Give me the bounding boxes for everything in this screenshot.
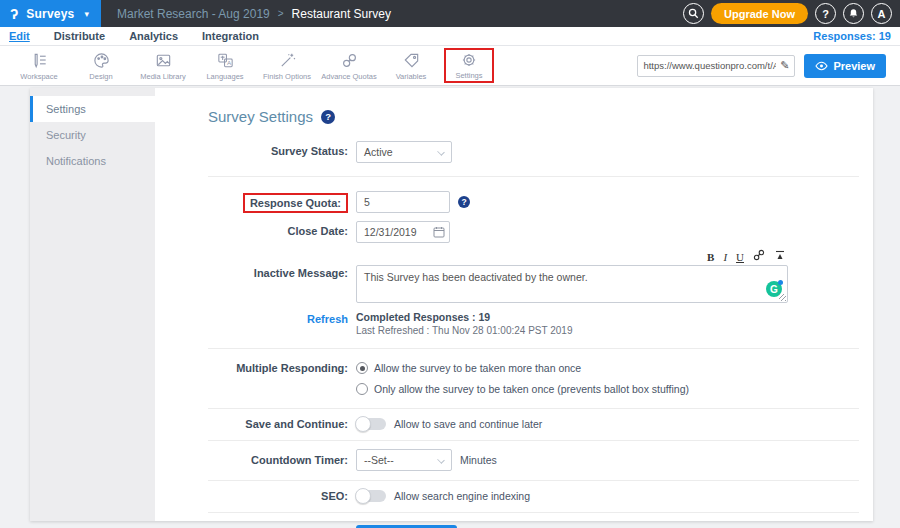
radio-allow-multiple[interactable]: Allow the survey to be taken more than o…	[356, 362, 581, 374]
underline-button[interactable]: U	[736, 252, 744, 263]
eye-icon	[815, 61, 828, 71]
save-and-continue-row: Save and Continue: Allow to save and con…	[208, 409, 859, 440]
chevron-down-icon	[437, 456, 445, 464]
seo-label: SEO:	[208, 490, 348, 502]
annotation-response-quota-highlight: Response Quota:	[243, 193, 348, 213]
countdown-timer-select[interactable]: --Set--	[356, 449, 452, 471]
toolbar-item-settings[interactable]: Settings	[444, 48, 494, 83]
preview-button[interactable]: Preview	[804, 54, 886, 78]
multiple-responding-label: Multiple Responding:	[208, 362, 348, 374]
seo-row: SEO: Allow search engine indexing	[208, 481, 859, 512]
toolbar-item-variables[interactable]: Variables	[380, 51, 442, 81]
help-button[interactable]: ?	[815, 3, 836, 24]
responses-count[interactable]: Responses: 19	[813, 30, 891, 42]
upgrade-now-button[interactable]: Upgrade Now	[711, 3, 808, 24]
save-and-continue-label: Save and Continue:	[208, 418, 348, 430]
close-date-label: Close Date:	[208, 221, 348, 237]
response-quota-input[interactable]	[356, 191, 450, 213]
nav-tab-integration[interactable]: Integration	[202, 30, 259, 42]
survey-status-label: Survey Status:	[208, 141, 348, 157]
breadcrumb-current: Restaurant Survey	[292, 7, 391, 21]
save-and-continue-description: Allow to save and continue later	[394, 418, 542, 430]
notifications-button[interactable]	[843, 3, 864, 24]
calendar-icon[interactable]	[433, 226, 445, 238]
toolbar-item-label: Media Library	[140, 72, 185, 81]
edit-url-icon[interactable]: ✎	[780, 59, 789, 72]
response-quota-row: Response Quota: ?	[208, 177, 859, 217]
nav-tab-edit[interactable]: Edit	[9, 30, 30, 42]
clear-formatting-button[interactable]	[774, 249, 786, 263]
countdown-timer-row: Countdown Timer: --Set-- Minutes	[208, 441, 859, 480]
translate-icon: A	[216, 51, 235, 70]
avatar[interactable]: A	[871, 3, 892, 24]
toolbar-item-label: Workspace	[20, 72, 57, 81]
italic-button[interactable]: I	[723, 252, 727, 263]
nav-tab-analytics[interactable]: Analytics	[129, 30, 178, 42]
settings-sidebar: Settings Security Notifications	[30, 88, 155, 521]
save-and-continue-toggle[interactable]	[356, 418, 386, 430]
breadcrumb-parent[interactable]: Market Research - Aug 2019	[117, 7, 270, 21]
settings-card: Settings Security Notifications Survey S…	[30, 88, 873, 521]
refresh-info: Completed Responses : 19 Last Refreshed …	[356, 311, 572, 336]
toolbar-item-finish-options[interactable]: Finish Options	[256, 51, 318, 81]
last-refreshed: Last Refreshed : Thu Nov 28 01:00:24 PST…	[356, 325, 572, 336]
countdown-timer-label: Countdown Timer:	[208, 454, 348, 466]
toggle-knob	[355, 488, 371, 504]
survey-nav: Edit Distribute Analytics Integration Re…	[0, 27, 900, 46]
chevron-down-icon	[437, 148, 445, 156]
response-quota-label: Response Quota:	[250, 197, 341, 209]
toolbar-item-workspace[interactable]: Workspace	[8, 51, 70, 81]
magic-wand-icon	[278, 51, 297, 70]
seo-description: Allow search engine indexing	[394, 490, 530, 502]
preview-label: Preview	[833, 60, 875, 72]
survey-url-input[interactable]	[643, 60, 776, 71]
toolbar-item-label: Finish Options	[263, 72, 311, 81]
surveys-menu[interactable]: ʔ Surveys ▾	[0, 0, 101, 27]
countdown-timer-value: --Set--	[364, 454, 394, 466]
inactive-message-textarea[interactable]: This Survey has been deactivated by the …	[356, 265, 788, 303]
radio-allow-once[interactable]: Only allow the survey to be taken once (…	[356, 383, 689, 395]
response-quota-help-icon[interactable]: ?	[458, 196, 470, 208]
breadcrumb-separator: >	[278, 8, 284, 19]
nav-tab-distribute[interactable]: Distribute	[54, 30, 105, 42]
link-icon	[753, 249, 765, 261]
radio-button-icon	[356, 383, 368, 395]
toolbar-item-media-library[interactable]: Media Library	[132, 51, 194, 81]
inactive-message-wrap: This Survey has been deactivated by the …	[356, 265, 788, 307]
response-quota-label-wrap: Response Quota:	[208, 187, 348, 213]
radio-label: Only allow the survey to be taken once (…	[374, 383, 689, 395]
save-row: Save Changes	[208, 513, 859, 528]
radio-button-icon	[356, 362, 368, 374]
close-date-row: Close Date:	[208, 217, 859, 247]
chevron-down-icon: ▾	[84, 9, 89, 19]
resize-handle[interactable]	[779, 294, 786, 301]
palette-icon	[92, 51, 111, 70]
text-format-toolbar: B I U	[356, 249, 788, 265]
survey-settings-help-icon[interactable]: ?	[321, 110, 335, 124]
refresh-link[interactable]: Refresh	[208, 311, 348, 325]
bell-icon	[848, 8, 859, 19]
sidebar-item-security[interactable]: Security	[30, 122, 155, 148]
product-name: Surveys	[26, 7, 74, 21]
radio-label: Allow the survey to be taken more than o…	[374, 362, 581, 374]
title-row: Survey Settings ?	[208, 108, 859, 125]
inactive-message-row: Inactive Message: B I U	[208, 247, 859, 307]
toolbar-item-languages[interactable]: A Languages	[194, 51, 256, 81]
survey-status-select[interactable]: Active	[356, 141, 452, 163]
svg-text:A: A	[226, 59, 231, 66]
toggle-knob	[355, 416, 371, 432]
sidebar-item-settings[interactable]: Settings	[30, 96, 155, 122]
toolbar-item-advance-quotas[interactable]: Advance Quotas	[318, 51, 380, 81]
insert-link-button[interactable]	[753, 249, 765, 263]
survey-url-field: ✎	[637, 55, 795, 77]
seo-toggle[interactable]	[356, 490, 386, 502]
image-icon	[154, 51, 173, 70]
search-button[interactable]	[683, 3, 704, 24]
chain-links-icon	[340, 51, 359, 70]
toolbar-item-design[interactable]: Design	[70, 51, 132, 81]
toolbar-item-label: Languages	[206, 72, 243, 81]
multiple-responding-row: Multiple Responding: Allow the survey to…	[208, 349, 859, 408]
sidebar-item-notifications[interactable]: Notifications	[30, 148, 155, 174]
survey-status-value: Active	[364, 146, 393, 158]
bold-button[interactable]: B	[707, 252, 714, 263]
